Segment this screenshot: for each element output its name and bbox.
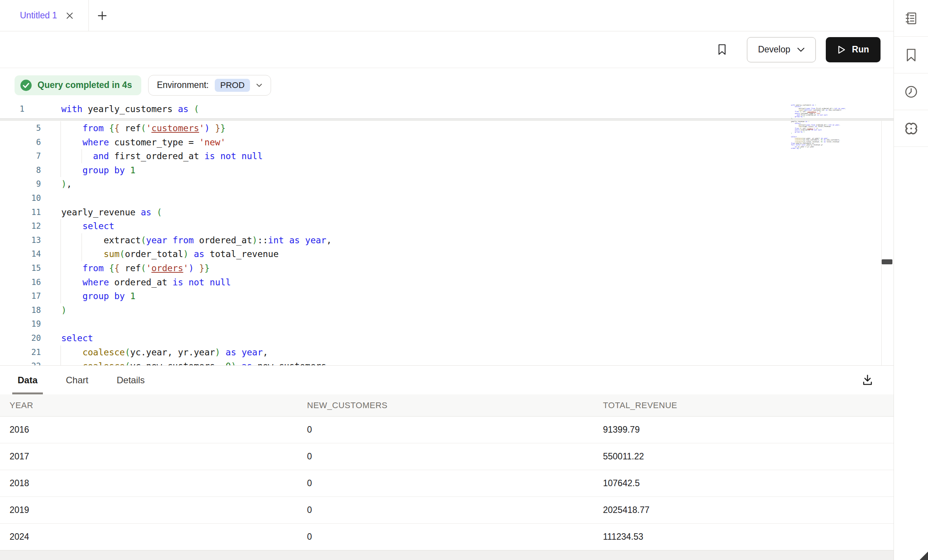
line-number: 13 xyxy=(0,233,41,247)
results-tabs: Data Chart Details xyxy=(0,366,894,394)
code-line-15: 15 from {{ ref('orders') }} xyxy=(0,261,873,275)
line-number: 15 xyxy=(0,261,41,275)
indent-guide xyxy=(82,233,82,247)
develop-dropdown[interactable]: Develop xyxy=(747,37,816,62)
line-number: 12 xyxy=(0,219,41,233)
table-row: 20180107642.5 xyxy=(0,470,894,497)
sidebar-item-bookmarks[interactable] xyxy=(894,37,928,73)
tab-untitled-1[interactable]: Untitled 1 xyxy=(0,0,88,31)
code-line-8: 8 group by 1 xyxy=(0,163,873,177)
line-number: 6 xyxy=(0,135,41,150)
table-cell: 2016 xyxy=(10,425,307,435)
table-cell: 2017 xyxy=(10,451,307,462)
code-line-18: 18) xyxy=(0,303,873,317)
sql-editor[interactable]: 1with yearly_customers as ( 5 from {{ re… xyxy=(0,102,894,365)
line-number: 20 xyxy=(0,331,41,345)
chevron-down-icon xyxy=(797,47,805,52)
toolbar: Develop Run xyxy=(0,31,894,68)
minimap-line: order by 1 xyxy=(791,148,879,149)
code-line-22: 22 coalesce(yc.new_customers, 0) as new_… xyxy=(0,359,873,365)
line-number: 5 xyxy=(0,121,41,135)
indent-guide xyxy=(60,359,61,365)
sidebar-item-dbt[interactable] xyxy=(894,110,928,147)
environment-badge: PROD xyxy=(215,79,250,92)
indent-guide xyxy=(60,219,61,233)
code-line-19: 19 xyxy=(0,317,873,331)
indent-guide xyxy=(60,121,61,135)
indent-guide xyxy=(60,289,61,303)
status-row: Query completed in 4s Environment: PROD xyxy=(0,68,894,102)
code-line-11: 11yearly_revenue as ( xyxy=(0,205,873,220)
table-cell: 0 xyxy=(307,505,603,515)
table-cell: 111234.53 xyxy=(603,532,894,542)
table-cell: 0 xyxy=(307,451,603,462)
table-cell: 2018 xyxy=(10,478,307,488)
table-cell: 0 xyxy=(307,478,603,488)
download-icon xyxy=(861,374,874,386)
run-button[interactable]: Run xyxy=(826,37,881,62)
scrollbar-track xyxy=(881,102,882,365)
table-row: 20170550011.22 xyxy=(0,443,894,470)
code-line-21: 21 coalesce(yc.year, yr.year) as year, xyxy=(0,345,873,360)
table-header: YEARNEW_CUSTOMERSTOTAL_REVENUE xyxy=(0,394,894,417)
query-status-pill: Query completed in 4s xyxy=(15,75,141,95)
code-line-17: 17 group by 1 xyxy=(0,289,873,303)
tab-chart[interactable]: Chart xyxy=(60,366,94,394)
indent-guide xyxy=(60,149,61,163)
sidebar-item-history[interactable] xyxy=(894,73,928,110)
new-tab-button[interactable] xyxy=(89,0,116,31)
sidebar-item-notebook[interactable] xyxy=(894,0,928,37)
code-line-5: 5 from {{ ref('customers') }} xyxy=(0,121,873,135)
line-number: 10 xyxy=(0,191,41,205)
history-icon xyxy=(903,84,919,99)
line-number: 9 xyxy=(0,177,41,191)
table-row: 201902025418.77 xyxy=(0,497,894,524)
results-panel: Data Chart Details YEARNEW_CUSTOMERSTOTA… xyxy=(0,365,894,560)
table-row: 20240111234.53 xyxy=(0,524,894,550)
tab-data[interactable]: Data xyxy=(12,366,43,394)
indent-guide xyxy=(60,233,61,247)
code-line-20: 20select xyxy=(0,331,873,345)
tab-bar: Untitled 1 xyxy=(0,0,894,31)
download-button[interactable] xyxy=(860,373,875,388)
horizontal-scrollbar-track[interactable] xyxy=(0,550,894,560)
line-number: 8 xyxy=(0,163,41,177)
close-icon[interactable] xyxy=(65,11,74,20)
code-line-10: 10 xyxy=(0,191,873,205)
table-cell: 0 xyxy=(307,532,603,542)
check-circle-icon xyxy=(20,79,32,91)
run-label: Run xyxy=(852,44,869,55)
code-body[interactable]: 5 from {{ ref('customers') }}6 where cus… xyxy=(0,121,873,365)
table-body: 2016091399.7920170550011.2220180107642.5… xyxy=(0,417,894,550)
table-cell: 2024 xyxy=(10,532,307,542)
query-status-text: Query completed in 4s xyxy=(38,80,132,90)
indent-guide xyxy=(60,163,61,177)
line-number: 14 xyxy=(0,247,41,261)
line-number: 16 xyxy=(0,275,41,290)
table-row: 2016091399.79 xyxy=(0,417,894,443)
column-header-new_customers: NEW_CUSTOMERS xyxy=(307,400,603,410)
column-header-total_revenue: TOTAL_REVENUE xyxy=(603,400,894,410)
code-line-6: 6 where customer_type = 'new' xyxy=(0,135,873,150)
ide-window: Untitled 1 Develop Run xyxy=(0,0,928,560)
minimap[interactable]: with yearly_customers as ( select extrac… xyxy=(791,104,879,349)
line-number: 19 xyxy=(0,317,41,331)
line-number: 17 xyxy=(0,289,41,303)
bookmark-button[interactable] xyxy=(712,39,732,60)
code-line-1-sticky: 1with yearly_customers as ( xyxy=(0,102,894,116)
line-number: 7 xyxy=(0,149,41,163)
tab-details[interactable]: Details xyxy=(111,366,150,394)
indent-guide xyxy=(82,247,82,261)
code-line-7: 7 and first_ordered_at is not null xyxy=(0,149,873,163)
bookmark-icon xyxy=(716,44,728,56)
table-cell: 2019 xyxy=(10,505,307,515)
indent-guide xyxy=(60,261,61,275)
environment-selector[interactable]: Environment: PROD xyxy=(148,75,271,96)
notebook-icon xyxy=(903,11,919,26)
indent-guide xyxy=(60,275,61,290)
scrollbar-thumb[interactable] xyxy=(882,259,892,264)
tab-label: Untitled 1 xyxy=(20,10,57,21)
table-cell: 91399.79 xyxy=(603,425,894,435)
line-number: 22 xyxy=(0,359,41,365)
indent-guide xyxy=(60,135,61,150)
